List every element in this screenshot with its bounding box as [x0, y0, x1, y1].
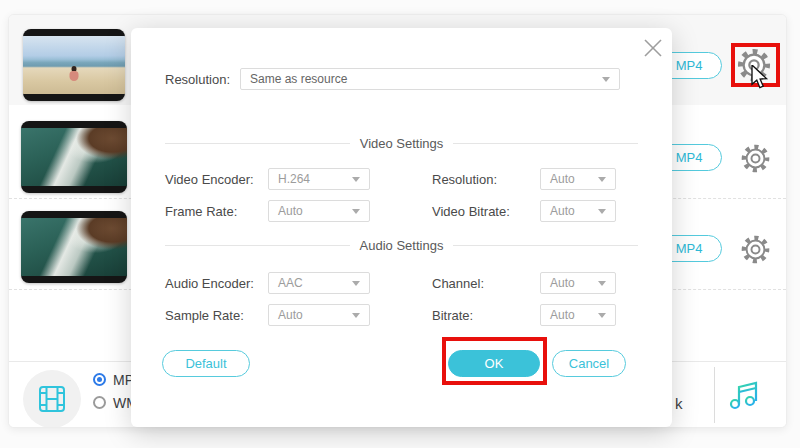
audio-settings-title: Audio Settings: [350, 238, 454, 253]
video-encoder-value: H.264: [278, 172, 310, 186]
waves-scene-image: [21, 128, 127, 186]
person-on-beach: [70, 66, 79, 81]
audio-encoder-select[interactable]: AAC: [268, 272, 370, 294]
film-strip-icon: [35, 382, 69, 416]
video-thumbnail-beach[interactable]: [23, 29, 125, 101]
output-format-button[interactable]: [23, 370, 81, 428]
audio-settings-header: Audio Settings: [165, 238, 638, 253]
sample-rate-select[interactable]: Auto: [268, 304, 370, 326]
audio-encoder-value: AAC: [278, 276, 303, 290]
resolution2-label: Resolution:: [432, 172, 540, 187]
resolution-label: Resolution:: [165, 72, 240, 87]
gear-icon[interactable]: [740, 234, 771, 265]
video-bitrate-value: Auto: [550, 204, 575, 218]
chevron-down-icon: [352, 313, 360, 318]
chevron-down-icon: [602, 77, 610, 82]
video-encoder-select[interactable]: H.264: [268, 168, 370, 190]
gear-icon[interactable]: [740, 143, 771, 174]
resolution2-value: Auto: [550, 172, 575, 186]
video-thumbnail-waves[interactable]: [21, 121, 127, 193]
waves-scene-image: [21, 218, 127, 276]
video-bitrate-label: Video Bitrate:: [432, 204, 540, 219]
chevron-down-icon: [352, 281, 360, 286]
frame-rate-value: Auto: [278, 204, 303, 218]
radio-unselected-icon[interactable]: [93, 396, 106, 409]
annotation-box-ok: [442, 337, 547, 385]
close-icon[interactable]: [641, 36, 665, 60]
default-button[interactable]: Default: [162, 350, 250, 377]
sample-rate-label: Sample Rate:: [165, 308, 268, 323]
resolution-select[interactable]: Same as resource: [240, 68, 620, 90]
resolution-value: Same as resource: [250, 72, 347, 86]
channel-select[interactable]: Auto: [540, 272, 616, 294]
mouse-cursor-icon: [749, 65, 771, 89]
chevron-down-icon: [598, 209, 606, 214]
beach-scene-image: [23, 36, 125, 94]
resolution2-select[interactable]: Auto: [540, 168, 616, 190]
chevron-down-icon: [598, 177, 606, 182]
video-settings-title: Video Settings: [350, 136, 454, 151]
video-bitrate-select[interactable]: Auto: [540, 200, 616, 222]
cancel-button[interactable]: Cancel: [552, 350, 626, 377]
chevron-down-icon: [352, 209, 360, 214]
video-settings-header: Video Settings: [165, 136, 638, 151]
profile-settings-dialog: Resolution: Same as resource Video Setti…: [131, 28, 672, 427]
music-note-icon[interactable]: [725, 375, 765, 415]
toolbar-divider: [714, 367, 715, 423]
chevron-down-icon: [352, 177, 360, 182]
bitrate-select[interactable]: Auto: [540, 304, 616, 326]
channel-value: Auto: [550, 276, 575, 290]
video-thumbnail-waves[interactable]: [21, 211, 127, 283]
radio-selected-icon[interactable]: [93, 373, 106, 386]
frame-rate-label: Frame Rate:: [165, 204, 268, 219]
frame-rate-select[interactable]: Auto: [268, 200, 370, 222]
channel-label: Channel:: [432, 276, 540, 291]
audio-encoder-label: Audio Encoder:: [165, 276, 268, 291]
truncated-status-text: k: [675, 395, 683, 412]
sample-rate-value: Auto: [278, 308, 303, 322]
chevron-down-icon: [598, 281, 606, 286]
bitrate-label: Bitrate:: [432, 308, 540, 323]
video-encoder-label: Video Encoder:: [165, 172, 268, 187]
bitrate-value: Auto: [550, 308, 575, 322]
chevron-down-icon: [598, 313, 606, 318]
